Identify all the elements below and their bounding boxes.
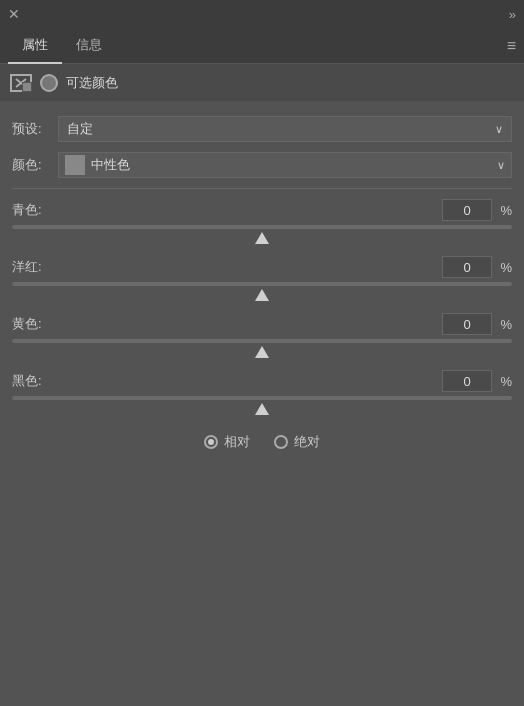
tab-info[interactable]: 信息 <box>62 28 116 64</box>
radio-relative-circle <box>204 435 218 449</box>
panel-header: 可选颜色 <box>0 64 524 102</box>
top-bar-left: ✕ <box>8 7 20 21</box>
black-label: 黑色: <box>12 372 58 390</box>
x-icon <box>15 78 27 88</box>
yellow-label: 黄色: <box>12 315 58 333</box>
radio-absolute-label: 绝对 <box>294 433 320 451</box>
black-row: 黑色: % <box>12 370 512 392</box>
preset-row: 预设: 自定 ∨ <box>12 116 512 142</box>
cyan-percent: % <box>496 203 512 218</box>
circle-icon <box>40 74 58 92</box>
radio-absolute-circle <box>274 435 288 449</box>
cyan-slider-section: 青色: % <box>12 199 512 244</box>
magenta-slider-section: 洋红: % <box>12 256 512 301</box>
cyan-thumb-wrap <box>12 232 512 244</box>
magenta-percent: % <box>496 260 512 275</box>
cyan-track[interactable] <box>12 225 512 229</box>
content-area: 预设: 自定 ∨ 颜色: 中性色 ∨ 青色: % 洋红: % <box>0 102 524 465</box>
color-row: 颜色: 中性色 ∨ <box>12 152 512 178</box>
cyan-thumb[interactable] <box>255 232 269 244</box>
preset-label: 预设: <box>12 120 58 138</box>
preset-value: 自定 <box>67 120 93 138</box>
tab-properties[interactable]: 属性 <box>8 28 62 64</box>
panel-menu-icon[interactable]: ≡ <box>507 38 516 54</box>
yellow-thumb[interactable] <box>255 346 269 358</box>
black-percent: % <box>496 374 512 389</box>
radio-absolute[interactable]: 绝对 <box>274 433 320 451</box>
close-icon[interactable]: ✕ <box>8 7 20 21</box>
color-value: 中性色 <box>91 156 497 174</box>
color-label: 颜色: <box>12 156 58 174</box>
yellow-slider-section: 黄色: % <box>12 313 512 358</box>
cyan-row: 青色: % <box>12 199 512 221</box>
magenta-label: 洋红: <box>12 258 58 276</box>
top-bar-right: » <box>509 7 516 22</box>
top-bar: ✕ » <box>0 0 524 28</box>
panel-title: 可选颜色 <box>66 74 118 92</box>
magenta-thumb-wrap <box>12 289 512 301</box>
radio-relative-label: 相对 <box>224 433 250 451</box>
black-thumb-wrap <box>12 403 512 415</box>
black-slider-section: 黑色: % <box>12 370 512 415</box>
black-thumb[interactable] <box>255 403 269 415</box>
cyan-label: 青色: <box>12 201 58 219</box>
color-swatch <box>65 155 85 175</box>
yellow-input[interactable] <box>442 313 492 335</box>
yellow-percent: % <box>496 317 512 332</box>
separator-1 <box>12 188 512 189</box>
black-track[interactable] <box>12 396 512 400</box>
magenta-track[interactable] <box>12 282 512 286</box>
collapse-icon[interactable]: » <box>509 7 516 22</box>
tab-bar: 属性 信息 ≡ <box>0 28 524 64</box>
radio-relative[interactable]: 相对 <box>204 433 250 451</box>
preset-dropdown[interactable]: 自定 ∨ <box>58 116 512 142</box>
magenta-row: 洋红: % <box>12 256 512 278</box>
layer-icon <box>10 74 32 92</box>
black-input[interactable] <box>442 370 492 392</box>
yellow-thumb-wrap <box>12 346 512 358</box>
color-arrow: ∨ <box>497 159 511 172</box>
yellow-row: 黄色: % <box>12 313 512 335</box>
yellow-track[interactable] <box>12 339 512 343</box>
magenta-input[interactable] <box>442 256 492 278</box>
radio-row: 相对 绝对 <box>12 433 512 451</box>
magenta-thumb[interactable] <box>255 289 269 301</box>
cyan-input[interactable] <box>442 199 492 221</box>
color-dropdown[interactable]: 中性色 ∨ <box>58 152 512 178</box>
preset-arrow: ∨ <box>495 123 503 136</box>
